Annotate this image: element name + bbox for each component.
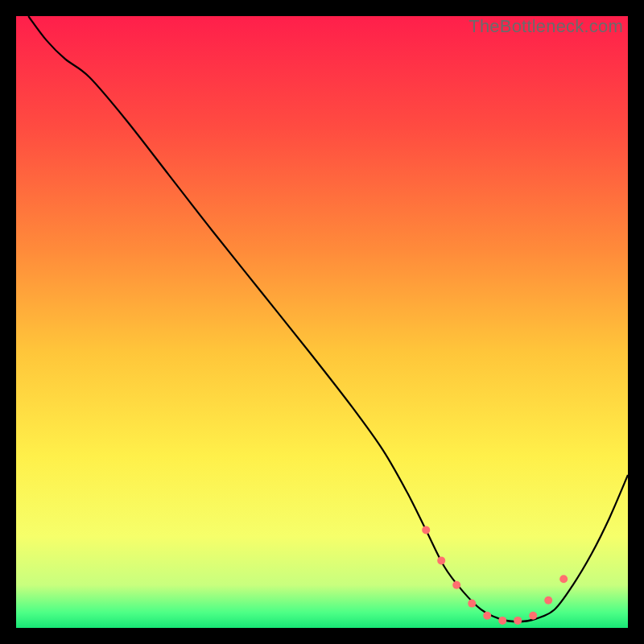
marker-dot (529, 612, 537, 620)
chart-svg (16, 16, 628, 628)
marker-dot (544, 597, 552, 605)
marker-dot (514, 617, 522, 625)
chart-frame: TheBottleneck.com (16, 16, 628, 628)
marker-dot (483, 612, 491, 620)
watermark-text: TheBottleneck.com (469, 16, 623, 37)
gradient-background (16, 16, 628, 628)
marker-dot (437, 556, 445, 564)
marker-dot (559, 575, 568, 583)
marker-dot (452, 581, 460, 589)
marker-dot (498, 617, 506, 625)
marker-dot (422, 526, 430, 534)
marker-dot (468, 600, 476, 608)
